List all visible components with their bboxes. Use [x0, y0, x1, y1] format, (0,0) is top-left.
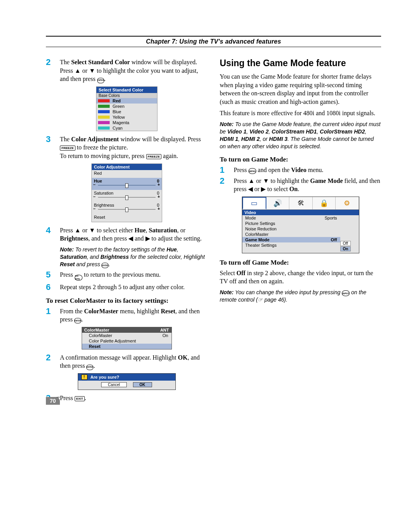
dialog-title: Color Adjustment [92, 164, 162, 170]
text: To return to moving picture, press [60, 153, 146, 159]
dialog-title: Select Standard Color [96, 87, 157, 93]
cm-row-reset: Reset [82, 344, 172, 349]
text: . [298, 186, 299, 192]
color-row-yellow: Yellow [96, 114, 157, 120]
label: Saturation [94, 191, 114, 195]
text: window will be displayed. Press [119, 136, 201, 142]
text: to freeze the picture. [75, 144, 128, 151]
lock-icon: 🔒 [320, 200, 328, 207]
text: Press [60, 271, 75, 278]
text: To revert to the factory settings of the [74, 246, 166, 253]
exit-button-icon: EXIT [75, 396, 85, 401]
tv-icon: ▭ [251, 200, 257, 207]
label: Theater Settings [245, 243, 277, 248]
text: Press ▲ or ▼ to select either [60, 227, 135, 234]
menu-section-title: Video [242, 210, 359, 215]
note: Note: You can change the video input by … [220, 289, 381, 304]
right-step-1: Press MENU and open the Video menu. [234, 166, 381, 174]
text: , [247, 128, 250, 135]
text: Press ▲ or ▼ to highlight the [234, 177, 310, 184]
text: menu. [306, 167, 324, 173]
text-bold: Brightness [100, 254, 129, 260]
slider: –+ [94, 184, 159, 188]
select-standard-color-window: Select Standard Color Base Colors Red Gr… [96, 86, 158, 131]
label: ColorMaster [245, 232, 269, 237]
text: for the selected color, Highlight [129, 254, 205, 260]
note-label: Note: [220, 121, 234, 127]
color-row-green: Green [96, 104, 157, 109]
speaker-icon: 🔊 [273, 200, 282, 207]
text-bold: Video [291, 167, 306, 173]
text-bold: Reset [60, 261, 75, 267]
reset-step-3: Press EXIT. [60, 394, 207, 402]
text-bold: Hue [135, 227, 145, 234]
note: Note: To use the Game Mode feature, the … [220, 121, 381, 150]
sub-heading: To reset ColorMaster to its factory sett… [46, 297, 207, 305]
text: , and then press ◀ and ▶ to adjust the s… [88, 235, 202, 242]
step-number-1b: 1 [46, 307, 53, 324]
text-bold: Video 1 [227, 128, 246, 135]
step-number-6: 6 [46, 283, 53, 291]
text: , or [177, 227, 185, 234]
page-number: 70 [46, 397, 60, 405]
text: The [60, 136, 71, 142]
dialog-title: Are you sure? [91, 375, 119, 379]
text-bold: Hue [166, 246, 177, 253]
text-bold: ColorStream HD1 [272, 128, 317, 135]
paragraph: This feature is more effective for 480i … [220, 109, 381, 118]
step-6-body: Repeat steps 2 through 5 to adjust any o… [60, 283, 207, 291]
text: and press [75, 261, 102, 267]
label: Magenta [113, 120, 130, 125]
menu-button-icon: MENU [248, 168, 256, 174]
warning-icon: ! [81, 374, 88, 380]
paragraph: Select Off in step 2 above, change the v… [220, 269, 381, 286]
text-bold: Brightness [60, 235, 88, 242]
text: Press [234, 167, 248, 173]
sub-heading: To turn on Game Mode: [220, 156, 381, 163]
adj-row-hue: Hue0 –+ [92, 178, 162, 190]
adj-row-saturation: Saturation0 –+ [92, 190, 162, 202]
menu-row-game-mode: Game ModeOff [242, 237, 340, 242]
page-footer: 70 [46, 397, 60, 405]
label: Picture Settings [245, 221, 275, 226]
text-bold: Select Standard Color [71, 59, 130, 65]
step-number-r1: 1 [220, 166, 227, 174]
step-5-body: Press CH RTN to return to the previous m… [60, 270, 207, 281]
label: Green [113, 104, 125, 109]
label: Mode [245, 216, 256, 220]
step-4-body: Press ▲ or ▼ to select either Hue, Satur… [60, 226, 207, 268]
text-bold: Game Mode [310, 177, 343, 184]
text-bold: On [289, 186, 298, 192]
option-on: On [340, 246, 351, 251]
step-number-r2: 2 [220, 177, 227, 193]
text-bold: Color Adjustment [71, 136, 119, 142]
dialog-subtitle: Base Colors [96, 93, 157, 98]
slider: –+ [94, 196, 159, 200]
cm-row: Color Palette Adjustment [82, 338, 172, 344]
text-bold: Video 2 [250, 128, 269, 135]
label: Color Palette Adjustment [89, 339, 136, 343]
step-number-3: 3 [46, 135, 53, 160]
tab-audio-icon: 🔊 [266, 197, 289, 209]
enter-button-icon: ENTER [86, 365, 93, 370]
text: menu, highlight [118, 308, 161, 314]
adj-row-brightness: Brightness0 –+ [92, 202, 162, 214]
enter-button-icon: ENTER [74, 318, 81, 323]
value: Off [331, 237, 337, 242]
gear-icon: ⚙ [344, 200, 350, 207]
note: Note: To revert to the factory settings … [60, 246, 207, 268]
left-column: 2 The Select Standard Color window will … [46, 58, 207, 405]
right-column: Using the Game Mode feature You can use … [220, 58, 381, 405]
note-label: Note: [220, 289, 234, 295]
freeze-button-icon: FREEZE [60, 146, 75, 151]
input-button-icon: INPUT [342, 290, 350, 296]
tab-picture-icon: ▭ [242, 197, 266, 209]
text-bold: HDMI 2 [241, 136, 259, 142]
label: Red [94, 171, 159, 176]
color-row-red: Red [96, 98, 157, 104]
label: Blue [113, 109, 121, 114]
confirm-dialog: !Are you sure? Cancel OK [78, 373, 176, 390]
step-number-2b: 2 [46, 353, 53, 370]
text-bold: Reset [161, 308, 175, 314]
text: again. [161, 153, 178, 159]
